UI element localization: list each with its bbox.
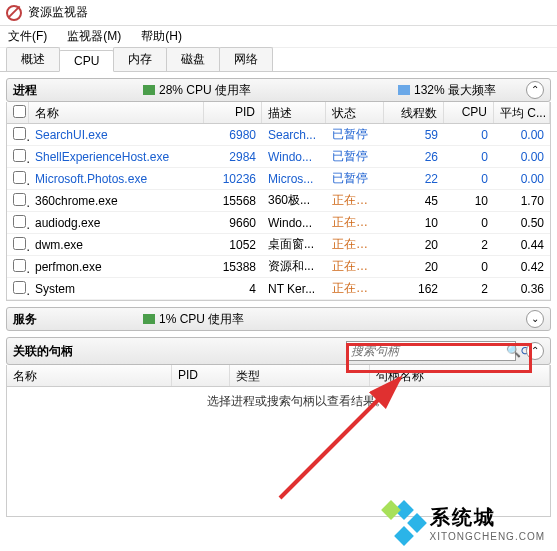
row-checkbox[interactable] — [13, 237, 26, 250]
tab-overview[interactable]: 概述 — [6, 47, 60, 71]
table-row[interactable]: Microsoft.Photos.exe10236Micros...已暂停220… — [7, 168, 550, 190]
col-avg[interactable]: 平均 C... — [494, 102, 550, 123]
table-row[interactable]: perfmon.exe15388资源和...正在运行2000.42 — [7, 256, 550, 278]
collapse-processes-button[interactable]: ⌃ — [526, 81, 544, 99]
cell-desc: 资源和... — [262, 258, 326, 275]
cell-status: 正在运行 — [326, 236, 384, 253]
cell-desc: 360极... — [262, 192, 326, 209]
svc-chip-icon — [143, 314, 155, 324]
col-name[interactable]: 名称 — [29, 102, 204, 123]
table-row[interactable]: SearchUI.exe6980Search...已暂停5900.00 — [7, 124, 550, 146]
cell-name: dwm.exe — [29, 238, 204, 252]
cell-status: 已暂停 — [326, 170, 384, 187]
cell-pid: 10236 — [204, 172, 262, 186]
table-row[interactable]: 360chrome.exe15568360极...正在运行45101.70 — [7, 190, 550, 212]
chevron-up-icon: ⌃ — [531, 346, 539, 356]
cell-threads: 10 — [384, 216, 444, 230]
cell-avg: 0.00 — [494, 172, 550, 186]
cell-threads: 45 — [384, 194, 444, 208]
cell-status: 正在运行 — [326, 258, 384, 275]
cell-cpu: 10 — [444, 194, 494, 208]
col-desc[interactable]: 描述 — [262, 102, 326, 123]
cell-name: Microsoft.Photos.exe — [29, 172, 204, 186]
row-checkbox[interactable] — [13, 171, 26, 184]
cell-name: ShellExperienceHost.exe — [29, 150, 204, 164]
handles-header[interactable]: 关联的句柄 🔍 ⟳ ⌃ — [6, 337, 551, 365]
cell-pid: 4 — [204, 282, 262, 296]
hcol-name[interactable]: 名称 — [7, 365, 172, 386]
tab-cpu[interactable]: CPU — [59, 50, 114, 72]
tab-disk[interactable]: 磁盘 — [166, 47, 220, 71]
cell-pid: 9660 — [204, 216, 262, 230]
services-header[interactable]: 服务 1% CPU 使用率 ⌄ — [6, 307, 551, 331]
processes-header[interactable]: 进程 28% CPU 使用率 132% 最大频率 ⌃ — [6, 78, 551, 102]
cell-pid: 15388 — [204, 260, 262, 274]
row-checkbox[interactable] — [13, 193, 26, 206]
menu-monitor[interactable]: 监视器(M) — [63, 26, 125, 47]
cell-pid: 1052 — [204, 238, 262, 252]
hcol-pid[interactable]: PID — [172, 365, 230, 386]
cell-avg: 0.50 — [494, 216, 550, 230]
process-table: SearchUI.exe6980Search...已暂停5900.00Shell… — [6, 124, 551, 301]
table-row[interactable]: dwm.exe1052桌面窗...正在运行2020.44 — [7, 234, 550, 256]
menu-file[interactable]: 文件(F) — [4, 26, 51, 47]
svc-cpu-text: 1% CPU 使用率 — [159, 311, 244, 328]
search-handles-input[interactable] — [347, 344, 506, 358]
collapse-handles-button[interactable]: ⌃ — [526, 342, 544, 360]
cell-avg: 1.70 — [494, 194, 550, 208]
row-checkbox[interactable] — [13, 149, 26, 162]
cell-avg: 0.42 — [494, 260, 550, 274]
col-threads[interactable]: 线程数 — [384, 102, 444, 123]
row-checkbox[interactable] — [13, 281, 26, 294]
hcol-hname[interactable]: 句柄名称 — [370, 365, 550, 386]
cell-desc: Micros... — [262, 172, 326, 186]
expand-services-button[interactable]: ⌄ — [526, 310, 544, 328]
cell-name: 360chrome.exe — [29, 194, 204, 208]
row-checkbox[interactable] — [13, 127, 26, 140]
cell-desc: 桌面窗... — [262, 236, 326, 253]
table-row[interactable]: System4NT Ker...正在运行16220.36 — [7, 278, 550, 300]
cpu-usage-text: 28% CPU 使用率 — [159, 82, 251, 99]
cell-cpu: 0 — [444, 216, 494, 230]
cell-name: audiodg.exe — [29, 216, 204, 230]
cell-avg: 0.44 — [494, 238, 550, 252]
row-checkbox[interactable] — [13, 215, 26, 228]
window-title: 资源监视器 — [28, 4, 88, 21]
services-title: 服务 — [13, 311, 143, 328]
cell-cpu: 0 — [444, 260, 494, 274]
cell-status: 正在运行 — [326, 192, 384, 209]
cell-threads: 59 — [384, 128, 444, 142]
cell-status: 已暂停 — [326, 148, 384, 165]
search-icon[interactable]: 🔍 — [506, 344, 521, 358]
cell-desc: Search... — [262, 128, 326, 142]
cell-cpu: 0 — [444, 150, 494, 164]
processes-title: 进程 — [13, 82, 143, 99]
cell-cpu: 2 — [444, 238, 494, 252]
cell-status: 正在运行 — [326, 214, 384, 231]
tab-network[interactable]: 网络 — [219, 47, 273, 71]
cell-status: 已暂停 — [326, 126, 384, 143]
col-cpu[interactable]: CPU — [444, 102, 494, 123]
handles-empty-text: 选择进程或搜索句柄以查看结果。 — [6, 387, 551, 517]
col-pid[interactable]: PID — [204, 102, 262, 123]
app-icon — [6, 5, 22, 21]
cell-pid: 2984 — [204, 150, 262, 164]
cell-name: System — [29, 282, 204, 296]
row-checkbox[interactable] — [13, 259, 26, 272]
col-status[interactable]: 状态 — [326, 102, 384, 123]
cell-cpu: 0 — [444, 172, 494, 186]
cell-desc: Windo... — [262, 150, 326, 164]
select-all-checkbox[interactable] — [13, 105, 26, 118]
chevron-up-icon: ⌃ — [531, 85, 539, 95]
tab-memory[interactable]: 内存 — [113, 47, 167, 71]
table-row[interactable]: ShellExperienceHost.exe2984Windo...已暂停26… — [7, 146, 550, 168]
cell-cpu: 0 — [444, 128, 494, 142]
menu-help[interactable]: 帮助(H) — [137, 26, 186, 47]
hcol-type[interactable]: 类型 — [230, 365, 370, 386]
handles-title: 关联的句柄 — [13, 343, 346, 360]
watermark-cn: 系统城 — [430, 504, 545, 531]
table-row[interactable]: audiodg.exe9660Windo...正在运行1000.50 — [7, 212, 550, 234]
watermark-logo-icon — [384, 503, 424, 543]
chevron-down-icon: ⌄ — [531, 314, 539, 324]
cell-desc: NT Ker... — [262, 282, 326, 296]
